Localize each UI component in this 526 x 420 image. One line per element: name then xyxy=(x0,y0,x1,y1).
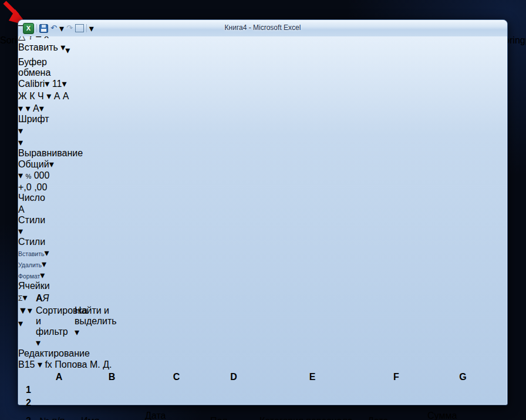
worksheet-grid: ABCDEFG123№ п/пИмяДата рожденияПолКатего… xyxy=(18,370,507,420)
increase-decimal-button[interactable]: +,0 xyxy=(18,182,32,192)
fx-icon[interactable]: fx xyxy=(45,359,52,369)
copy-button[interactable]: ▾ xyxy=(65,45,70,56)
underline-button[interactable]: Ч xyxy=(38,91,44,101)
fill-down-icon: ▼ xyxy=(18,305,28,315)
cell-B1[interactable] xyxy=(80,384,143,396)
sheet-table: ABCDEFG123№ п/пИмяДата рожденияПолКатего… xyxy=(18,370,500,420)
fill-color-button[interactable]: ▾ xyxy=(25,103,30,113)
shrink-font-button[interactable]: А xyxy=(63,91,69,101)
save-icon[interactable] xyxy=(39,24,48,33)
separator xyxy=(86,24,87,32)
paste-dropdown-icon[interactable]: ▾ xyxy=(60,42,65,52)
name-box-dropdown-icon[interactable]: ▾ xyxy=(38,359,42,369)
styles-icon: А xyxy=(18,204,25,214)
underline-dropdown-icon[interactable]: ▾ xyxy=(46,91,51,101)
cell-A3[interactable]: № п/п xyxy=(39,410,79,420)
column-header-B[interactable]: B xyxy=(80,371,143,383)
sort-filter-button[interactable]: АЯ Сортировка и фильтр ▾ xyxy=(36,291,75,348)
group-font: Calibri▾ 11▾ Ж К Ч ▾ А А ▾ ▾ А▾ xyxy=(18,78,104,125)
group-label[interactable]: Буфер обмена xyxy=(18,57,79,78)
cell-F2[interactable] xyxy=(367,397,426,409)
group-editing: Σ▾ ▼▾ ▾ АЯ Сортировка и фильтр ▾ xyxy=(18,291,117,359)
group-styles: А Стили ▾ Стили xyxy=(18,203,45,247)
cell-C1[interactable] xyxy=(144,384,208,396)
quick-table-icon[interactable] xyxy=(75,24,84,32)
cell-G1[interactable] xyxy=(427,384,499,396)
cell-C3[interactable]: Дата рождения xyxy=(144,410,208,420)
styles-button[interactable]: А Стили ▾ xyxy=(18,203,45,237)
excel-window: X ↶▾ ↷ ▾ Книга4 - Microsoft Excel – × Фа… xyxy=(18,19,508,405)
cell-C2[interactable] xyxy=(144,397,208,409)
grow-font-button[interactable]: А xyxy=(54,91,60,101)
group-label[interactable]: Шрифт xyxy=(18,114,104,125)
group-label[interactable]: Число xyxy=(18,193,72,203)
column-header-C[interactable]: C xyxy=(144,371,208,383)
separator xyxy=(36,24,37,32)
cell-E1[interactable] xyxy=(259,384,366,396)
cell-B2[interactable] xyxy=(80,397,143,409)
italic-button[interactable]: К xyxy=(29,91,35,101)
window-title: Книга4 - Microsoft Excel xyxy=(89,23,437,32)
group-clipboard: Вставить ▾ ▾ Буфер обмена xyxy=(18,42,79,78)
select-all-corner[interactable] xyxy=(19,371,38,383)
undo-icon[interactable]: ↶ xyxy=(50,23,57,33)
group-alignment: ▾ ▾ Выравнивание xyxy=(18,125,82,159)
cell-D3[interactable]: Пол xyxy=(210,410,258,420)
group-label[interactable]: Редактирование xyxy=(18,348,117,359)
ribbon: Вставить ▾ ▾ Буфер обмена Calibri▾ 11▾ xyxy=(18,42,507,359)
row-header-3[interactable]: 3 xyxy=(19,410,38,420)
formula-input[interactable]: Попова М. Д. xyxy=(55,359,112,369)
cell-A2[interactable] xyxy=(39,397,79,409)
borders-button[interactable]: ▾ xyxy=(18,103,23,113)
number-format-select[interactable]: Общий▾ xyxy=(18,159,54,169)
group-number: Общий▾ ▾ % 000 +,0 ,00 Число xyxy=(18,159,72,203)
row-header-2[interactable]: 2 xyxy=(19,397,38,409)
cell-D1[interactable] xyxy=(210,384,258,396)
column-header-D[interactable]: D xyxy=(210,371,258,383)
cell-F1[interactable] xyxy=(367,384,426,396)
font-color-icon: А xyxy=(33,103,39,113)
comma-style-button[interactable]: 000 xyxy=(34,170,50,180)
bold-button[interactable]: Ж xyxy=(18,91,27,101)
cell-B3[interactable]: Имя xyxy=(80,410,143,420)
paste-button[interactable]: Вставить ▾ xyxy=(18,42,65,57)
cell-D2[interactable] xyxy=(210,397,258,409)
cell-A1[interactable] xyxy=(39,384,79,396)
title-bar[interactable]: X ↶▾ ↷ ▾ Книга4 - Microsoft Excel – × xyxy=(18,20,507,36)
quick-access-toolbar: X ↶▾ ↷ ▾ xyxy=(23,22,94,34)
name-box[interactable]: B15 xyxy=(18,359,35,369)
row-header-1[interactable]: 1 xyxy=(19,384,38,396)
column-header-E[interactable]: E xyxy=(259,371,366,383)
group-label[interactable]: Выравнивание xyxy=(18,148,82,159)
cell-G2[interactable] xyxy=(427,397,499,409)
group-label[interactable]: Ячейки xyxy=(18,281,71,291)
fill-button[interactable]: ▼▾ xyxy=(18,305,36,316)
font-name-select[interactable]: Calibri▾ xyxy=(18,79,49,89)
cell-E2[interactable] xyxy=(259,397,366,409)
cell-E3[interactable]: Категория персонала xyxy=(259,410,366,420)
desktop: X ↶▾ ↷ ▾ Книга4 - Microsoft Excel – × Фа… xyxy=(0,0,526,420)
format-cells-button[interactable]: Формат▾ xyxy=(18,270,71,281)
autosum-button[interactable]: Σ▾ xyxy=(18,292,36,303)
insert-cells-button[interactable]: Вставить▾ xyxy=(18,247,71,258)
column-header-F[interactable]: F xyxy=(367,371,426,383)
clear-button[interactable]: ▾ xyxy=(18,318,36,329)
find-select-button[interactable]: Найти и выделить ▾ xyxy=(75,291,111,348)
cell-F3[interactable]: Дата xyxy=(367,410,426,420)
formula-bar: B15 ▾ fx Попова М. Д. xyxy=(18,359,507,370)
column-header-G[interactable]: G xyxy=(427,371,499,383)
redo-icon[interactable]: ↷ xyxy=(66,23,73,33)
column-header-A[interactable]: A xyxy=(39,371,79,383)
cell-G3[interactable]: Сумма заработной xyxy=(427,410,499,420)
sort-az-icon: АЯ xyxy=(36,293,49,304)
excel-app-icon[interactable]: X xyxy=(23,23,34,34)
font-color-button[interactable]: А▾ xyxy=(33,103,44,113)
accounting-format-button[interactable]: ▾ xyxy=(18,170,23,180)
font-size-select[interactable]: 11▾ xyxy=(52,79,67,89)
delete-cells-button[interactable]: Удалить▾ xyxy=(18,258,71,270)
percent-style-button[interactable]: % xyxy=(25,173,31,180)
group-label[interactable]: Стили xyxy=(18,237,45,247)
decrease-decimal-button[interactable]: ,00 xyxy=(34,182,47,192)
undo-dropdown-icon[interactable]: ▾ xyxy=(59,23,64,34)
group-cells: Вставить▾ Удалить▾ Формат▾ Ячейки xyxy=(18,247,71,291)
